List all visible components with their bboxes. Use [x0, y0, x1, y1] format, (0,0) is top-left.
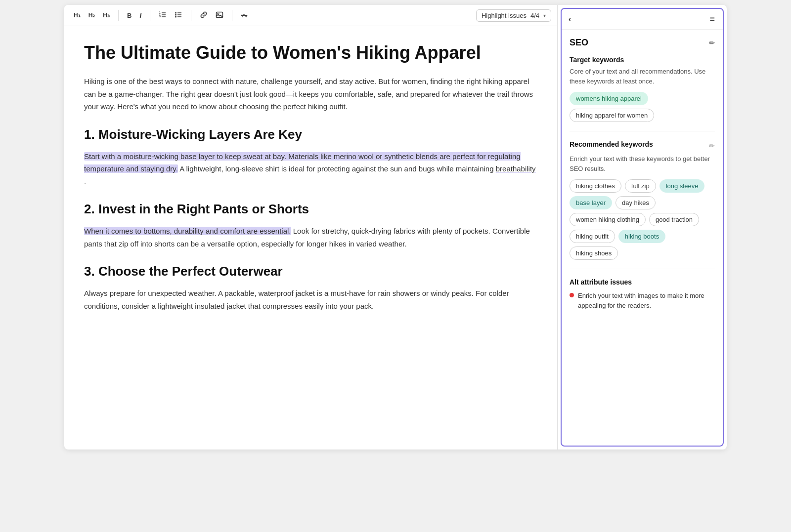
tag-hiking-outfit[interactable]: hiking outfit [570, 230, 615, 243]
svg-point-9 [175, 12, 176, 14]
alt-attribute-section: Alt attribute issues Enrich your text wi… [570, 278, 715, 310]
seo-panel: ‹ ≡ SEO ✏ Target keywords Core of your t… [561, 8, 724, 447]
divider-2 [150, 10, 150, 21]
tag-hiking-apparel-for-women[interactable]: hiking apparel for women [570, 109, 654, 122]
document-title: The Ultimate Guide to Women's Hiking App… [84, 42, 537, 63]
divider-1 [118, 10, 119, 21]
tag-base-layer[interactable]: base layer [570, 196, 612, 209]
divider-section-2 [570, 269, 715, 269]
divider-3 [191, 10, 191, 21]
list-buttons: 123 [155, 9, 186, 22]
breathability-link[interactable]: breathability [496, 164, 536, 173]
svg-point-11 [175, 16, 176, 18]
section-para-2: When it comes to bottoms, durability and… [84, 225, 537, 250]
highlight-count: 4/4 [530, 12, 539, 19]
editor-panel: H₁ H₂ H₃ B I 123 [64, 5, 558, 450]
highlighted-text-2: When it comes to bottoms, durability and… [84, 227, 291, 235]
seo-panel-title-text: SEO [570, 38, 588, 48]
section-heading-1: 1. Moisture-Wicking Layers Are Key [84, 127, 537, 142]
editor-content[interactable]: The Ultimate Guide to Women's Hiking App… [64, 26, 557, 450]
italic-button[interactable]: I [136, 10, 145, 21]
svg-text:Tx: Tx [241, 12, 248, 18]
seo-panel-body[interactable]: SEO ✏ Target keywords Core of your text … [562, 30, 723, 446]
tag-full-zip[interactable]: full zip [625, 179, 656, 193]
section-para-1-end: . [84, 177, 86, 186]
section-para-1: Start with a moisture-wicking base layer… [84, 150, 537, 188]
target-keywords-desc: Core of your text and all recommendation… [570, 67, 715, 86]
target-keywords-title: Target keywords [570, 56, 715, 64]
alt-attribute-title: Alt attribute issues [570, 278, 715, 286]
red-dot-icon [570, 293, 574, 297]
bold-button[interactable]: B [124, 10, 135, 21]
chevron-down-icon: ▾ [543, 13, 546, 18]
seo-title-row: SEO ✏ [570, 38, 715, 48]
tag-women-hiking-clothing[interactable]: women hiking clothing [570, 213, 646, 226]
recommended-header: Recommended keywords ✏ [570, 140, 715, 151]
clear-format-button[interactable]: Tx [237, 9, 252, 22]
tag-long-sleeve[interactable]: long sleeve [659, 179, 705, 193]
unordered-list-button[interactable] [171, 9, 186, 22]
recommended-keywords-tags: hiking clothes full zip long sleeve base… [570, 179, 715, 260]
target-keywords-tags: womens hiking apparel hiking apparel for… [570, 92, 715, 122]
highlight-label: Highlight issues [482, 12, 527, 19]
ordered-list-button[interactable]: 123 [155, 9, 170, 22]
h3-button[interactable]: H₃ [99, 10, 113, 20]
section-heading-3: 3. Choose the Perfect Outerwear [84, 264, 537, 279]
heading-buttons: H₁ H₂ H₃ [70, 10, 113, 20]
h2-button[interactable]: H₂ [85, 10, 99, 20]
h1-button[interactable]: H₁ [70, 10, 84, 20]
seo-panel-header: ‹ ≡ [562, 9, 723, 30]
link-button[interactable] [196, 9, 211, 22]
svg-point-10 [175, 14, 176, 16]
tag-day-hikes[interactable]: day hikes [615, 196, 656, 209]
app-container: H₁ H₂ H₃ B I 123 [64, 5, 727, 450]
tag-womens-hiking-apparel[interactable]: womens hiking apparel [570, 92, 648, 105]
svg-text:3: 3 [159, 15, 161, 18]
divider-4 [232, 10, 232, 21]
intro-paragraph: Hiking is one of the best ways to connec… [84, 75, 537, 113]
toolbar: H₁ H₂ H₃ B I 123 [64, 5, 557, 26]
tag-good-traction[interactable]: good traction [649, 213, 699, 226]
back-button[interactable]: ‹ [569, 15, 571, 24]
divider-section-1 [570, 131, 715, 131]
alt-attribute-text: Enrich your text with images to make it … [578, 291, 715, 310]
tag-hiking-shoes[interactable]: hiking shoes [570, 246, 618, 260]
section-heading-2: 2. Invest in the Right Pants or Shorts [84, 202, 537, 217]
menu-button[interactable]: ≡ [709, 14, 716, 24]
recommended-keywords-title: Recommended keywords [570, 140, 653, 148]
recommended-keywords-desc: Enrich your text with these keywords to … [570, 154, 715, 173]
image-button[interactable] [212, 9, 227, 22]
insert-buttons [196, 9, 227, 22]
alt-attribute-item: Enrich your text with images to make it … [570, 291, 715, 310]
tag-hiking-boots[interactable]: hiking boots [618, 230, 665, 243]
section-para-1-rest: A lightweight, long-sleeve shirt is idea… [179, 164, 496, 173]
tag-hiking-clothes[interactable]: hiking clothes [570, 179, 621, 193]
highlight-control[interactable]: Highlight issues 4/4 ▾ [476, 9, 551, 22]
recommended-edit-icon[interactable]: ✏ [709, 142, 715, 150]
seo-edit-icon[interactable]: ✏ [709, 39, 715, 47]
format-buttons: B I [124, 10, 145, 21]
section-para-3: Always prepare for unexpected weather. A… [84, 287, 537, 312]
